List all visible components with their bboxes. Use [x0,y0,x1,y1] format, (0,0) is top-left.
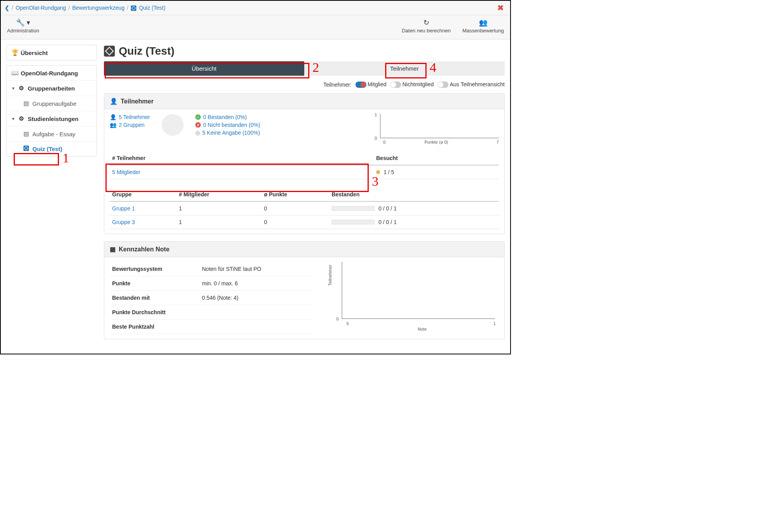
wrench-icon: 🔧 ▾ [7,18,39,27]
grid-icon: ▦ [110,246,116,253]
mass-assessment-button[interactable]: 👥 Massenbewertung [462,18,504,34]
tabs: Übersicht Teilnehmer [104,61,505,76]
users-icon: 👥 [110,122,116,128]
user-icon: 👤 [110,114,116,120]
close-icon[interactable]: ✖ [495,3,506,12]
progress-bar [332,220,375,224]
col-visited[interactable]: Besucht [374,151,499,165]
sidebar-study-section[interactable]: ▼ ⚙ Studienleistungen [7,111,96,126]
breadcrumb-item-1[interactable]: Bewertungswerkzeug [72,5,125,11]
administration-button[interactable]: 🔧 ▾ Administration [7,18,39,34]
col-participants[interactable]: # Teilnehmer [110,151,374,165]
grades-panel: ▦ Kennzahlen Note BewertungssystemNoten … [104,241,505,339]
tab-overview[interactable]: Übersicht [104,61,304,76]
col-group[interactable]: Gruppe [110,188,177,201]
sidebar-overview[interactable]: 🏆 Übersicht [7,45,96,60]
members-row[interactable]: 5 Mitglieder 1 / 5 [110,165,499,179]
points-chart: 1 0 0 7 Punkte (ø 0) [374,114,499,144]
breadcrumb-item-0[interactable]: OpenOlat-Rundgang [16,5,66,11]
group-row[interactable]: Gruppe 3 1 0 0 / 0 / 1 [110,215,499,229]
group-row[interactable]: Gruppe 1 1 0 0 / 0 / 1 [110,201,499,215]
grades-table: BewertungssystemNoten für STiNE laut PO … [110,262,313,334]
toggle-participant-view[interactable]: Aus Teilnehmeransicht [437,81,505,88]
tab-participants[interactable]: Teilnehmer [304,61,505,76]
group-link[interactable]: Gruppe 1 [112,205,135,212]
filter-label: Teilnehmer: [323,82,352,88]
pencil-icon [23,146,29,152]
breadcrumb-bar: ❮ / OpenOlat-Rundgang / Bewertungswerkze… [1,1,510,15]
back-icon[interactable]: ❮ [5,5,9,11]
users-icon: 👥 [462,18,504,27]
filter-row: Teilnehmer: Mitglied Nichtmitglied Aus T… [104,81,505,88]
cube-icon: 📖 [11,69,18,77]
breadcrumb-item-2[interactable]: Quiz (Test) [131,5,166,11]
pencil-icon [131,5,136,11]
participants-panel: 👤 Teilnehmer 👤 5 Teilnehmer 👥 2 Gruppen [104,93,505,234]
progress-bar [332,206,375,211]
user-icon: 👤 [110,98,118,105]
col-members[interactable]: # Mitglieder [177,188,262,201]
members-table: # Teilnehmer Besucht 5 Mitglieder 1 / 5 [110,151,499,179]
gears-icon: ⚙ [18,115,25,122]
sidebar-essay[interactable]: ▤ Aufgabe - Essay [7,126,96,142]
groups-table: Gruppe # Mitglieder ø Punkte Bestanden G… [110,188,499,229]
sidebar-group-section[interactable]: ▼ ⚙ Gruppenarbeiten [7,81,96,96]
members-link[interactable]: 5 Mitglieder [112,169,140,175]
grade-chart: Teilnehmer 0 5 1 Note [329,262,499,328]
sidebar-group-task[interactable]: ▤ Gruppenaufgabe [7,96,96,111]
status-dot-icon [376,170,380,174]
toolbar: 🔧 ▾ Administration ↻ Daten neu berechnen… [1,15,510,39]
toggle-member[interactable]: Mitglied [355,81,386,88]
check-icon: ✓ [195,114,201,120]
none-link[interactable]: ◎ 5 Keine Angabe (100%) [195,130,260,136]
task-icon: ▤ [23,100,29,107]
group-link[interactable]: Gruppe 3 [112,219,135,225]
task-icon: ▤ [23,130,29,137]
refresh-icon: ↻ [402,18,451,27]
caret-down-icon: ▼ [11,86,15,91]
gears-icon: ⚙ [18,85,25,92]
groups-count-link[interactable]: 👥 2 Gruppen [110,122,150,128]
content: Quiz (Test) Übersicht Teilnehmer Teilneh… [104,45,505,346]
pencil-icon [104,46,115,57]
failed-link[interactable]: ✗ 0 Nicht bestanden (0%) [195,122,260,128]
pie-chart [162,114,184,136]
caret-down-icon: ▼ [11,117,15,121]
page-title: Quiz (Test) [104,45,505,57]
sidebar-course[interactable]: 📖 OpenOlat-Rundgang [7,66,96,81]
sidebar-quiz[interactable]: Quiz (Test) [7,142,96,156]
col-avg[interactable]: ø Punkte [262,188,329,201]
participants-count-link[interactable]: 👤 5 Teilnehmer [110,114,150,120]
recalculate-button[interactable]: ↻ Daten neu berechnen [402,18,451,34]
toggle-nonmember[interactable]: Nichtmitglied [390,81,434,88]
col-passed[interactable]: Bestanden [329,188,499,201]
x-icon: ✗ [195,122,201,128]
trophy-icon: 🏆 [11,49,18,56]
passed-link[interactable]: ✓ 0 Bestanden (0%) [195,114,260,120]
target-icon: ◎ [195,130,200,136]
sidebar: 🏆 Übersicht 📖 OpenOlat-Rundgang ▼ ⚙ Grup… [6,45,97,346]
